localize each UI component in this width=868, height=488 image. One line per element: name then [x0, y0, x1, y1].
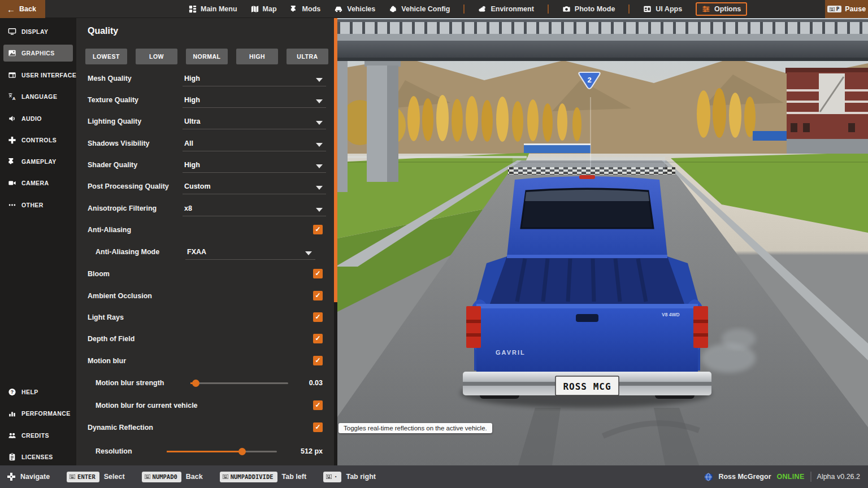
sidebar-item-performance[interactable]: PERFORMANCE	[3, 405, 73, 422]
slider-fill	[167, 451, 242, 452]
scrollbar-thumb[interactable]	[334, 18, 337, 302]
back-button[interactable]: ← Back	[0, 0, 45, 18]
post-processing-quality-dropdown[interactable]: Custom	[183, 181, 326, 194]
sidebar-item-other[interactable]: OTHER	[3, 197, 73, 213]
setting-label: Motion blur	[88, 357, 126, 365]
setting-row: Bloom	[76, 268, 337, 282]
setting-label: Anti-Aliasing	[88, 226, 131, 234]
dynamic-reflection-checkbox[interactable]	[313, 422, 323, 432]
tire-smoke	[701, 343, 756, 373]
mesh-quality-dropdown[interactable]: High	[183, 73, 326, 86]
setting-row: Motion blur	[76, 355, 337, 369]
controls-icon	[8, 136, 16, 144]
nav-main-menu[interactable]: Main Menu	[189, 5, 237, 13]
nav-ui-apps[interactable]: UI Apps	[643, 5, 682, 13]
sidebar-item-licenses[interactable]: LICENSES	[3, 448, 73, 465]
nav-vehicle-config[interactable]: Vehicle Config	[389, 5, 450, 13]
graphics-settings-panel: Quality LOWEST LOW NORMAL HIGH ULTRA Mes…	[76, 18, 337, 465]
sidebar-item-camera[interactable]: CAMERA	[3, 175, 73, 191]
nav-vehicles[interactable]: Vehicles	[334, 5, 375, 13]
panel-scrollbar[interactable]	[334, 18, 337, 465]
trim-badge: V8 4WD	[662, 312, 680, 317]
sidebar-item-display[interactable]: DISPLAY	[3, 23, 73, 40]
player-name: Ross McGregor	[718, 473, 771, 481]
setting-row: Post Processing Quality Custom	[76, 181, 337, 194]
svg-text:?: ?	[11, 389, 14, 395]
ambient-occlusion-checkbox[interactable]	[313, 291, 323, 300]
setting-label: Texture Quality	[88, 96, 138, 104]
setting-label: Ambient Occlusion	[88, 292, 152, 300]
bloom-checkbox[interactable]	[313, 269, 323, 278]
anisotropic-filtering-dropdown[interactable]: x8	[183, 203, 326, 216]
preset-ultra-button[interactable]: ULTRA	[287, 49, 328, 64]
vehicles-icon	[334, 5, 343, 13]
credits-icon	[8, 432, 16, 439]
nav-environment[interactable]: Environment	[478, 5, 533, 13]
preset-high-button[interactable]: HIGH	[236, 49, 278, 64]
sidebar-item-user-interface[interactable]: USER INTERFACE	[3, 67, 73, 84]
setting-row: Dynamic Reflection	[76, 422, 337, 435]
setting-label: Motion blur for current vehicle	[96, 402, 198, 409]
online-status-badge: ONLINE	[777, 473, 805, 481]
reflection-resolution-slider[interactable]	[167, 451, 277, 452]
gavril-badge: GAVRIL	[496, 349, 526, 356]
preset-low-button[interactable]: LOW	[136, 49, 177, 64]
sidebar-item-help[interactable]: ? HELP	[3, 384, 73, 400]
brake-light	[579, 175, 595, 179]
setting-row: Anti-Aliasing Mode FXAA	[76, 246, 337, 260]
pause-button[interactable]: P Pause	[825, 0, 868, 18]
nav-mods[interactable]: Mods	[290, 5, 321, 13]
motion-blur-current-vehicle-checkbox[interactable]	[313, 400, 323, 410]
setting-label: Lighting Quality	[88, 117, 141, 125]
chevron-down-icon	[316, 208, 323, 212]
ui-apps-icon	[643, 5, 652, 13]
sidebar-item-audio[interactable]: AUDIO	[3, 110, 73, 127]
language-icon: A	[8, 93, 16, 101]
shader-quality-dropdown[interactable]: High	[183, 159, 326, 173]
preset-lowest-button[interactable]: LOWEST	[85, 49, 127, 64]
sidebar-item-gameplay[interactable]: GAMEPLAY	[3, 153, 73, 170]
light-rays-checkbox[interactable]	[313, 312, 323, 322]
sidebar-item-controls[interactable]: CONTROLS	[3, 132, 73, 149]
options-icon	[702, 5, 710, 13]
licenses-icon	[8, 453, 16, 461]
keyboard-icon	[145, 474, 150, 479]
numpad0-keycap: NUMPAD0	[142, 472, 181, 482]
top-nav: Main Menu Map Mods Vehicles Vehicle Conf…	[189, 0, 747, 18]
nav-photo-mode[interactable]: Photo Mode	[562, 5, 615, 13]
hint-select: ENTER Select	[67, 472, 124, 482]
settings-sidebar: DISPLAY GRAPHICS USER INTERFACE A LANGUA…	[0, 18, 76, 465]
keyboard-icon	[326, 474, 332, 479]
motion-blur-strength-slider[interactable]	[190, 382, 288, 384]
globe-icon	[704, 473, 713, 481]
nav-options[interactable]: Options	[696, 2, 747, 16]
svg-text:2: 2	[587, 76, 591, 84]
lighting-quality-dropdown[interactable]: Ultra	[183, 116, 326, 129]
sidebar-item-graphics[interactable]: GRAPHICS	[3, 45, 73, 62]
dpad-icon	[7, 472, 16, 481]
version-label: Alpha v0.26.2	[817, 473, 860, 481]
shadows-visibility-dropdown[interactable]: All	[183, 138, 326, 151]
help-icon: ?	[8, 388, 16, 396]
preset-normal-button[interactable]: NORMAL	[186, 49, 228, 64]
anti-aliasing-checkbox[interactable]	[313, 225, 323, 234]
sidebar-item-language[interactable]: A LANGUAGE	[3, 88, 73, 105]
ellipsis-icon	[8, 201, 16, 209]
motion-blur-checkbox[interactable]	[313, 356, 323, 365]
mods-icon	[290, 5, 298, 13]
anti-aliasing-mode-dropdown[interactable]: FXAA	[185, 246, 315, 260]
depth-of-field-checkbox[interactable]	[313, 334, 323, 343]
slider-value: 512 px	[301, 447, 323, 455]
slider-knob[interactable]	[238, 448, 246, 455]
page-title: Quality	[88, 26, 118, 36]
texture-quality-dropdown[interactable]: High	[183, 94, 326, 108]
options-screen: 2	[0, 0, 868, 488]
sidebar-item-credits[interactable]: CREDITS	[3, 427, 73, 444]
nav-map[interactable]: Map	[251, 5, 277, 13]
setting-label: Shader Quality	[88, 161, 137, 169]
setting-label: Shadows Visibility	[88, 140, 150, 147]
setting-label: Light Rays	[88, 313, 124, 321]
chevron-down-icon	[316, 164, 323, 168]
top-bar: ← Back Main Menu Map Mods Vehicles V	[0, 0, 868, 18]
slider-knob[interactable]	[192, 380, 199, 387]
